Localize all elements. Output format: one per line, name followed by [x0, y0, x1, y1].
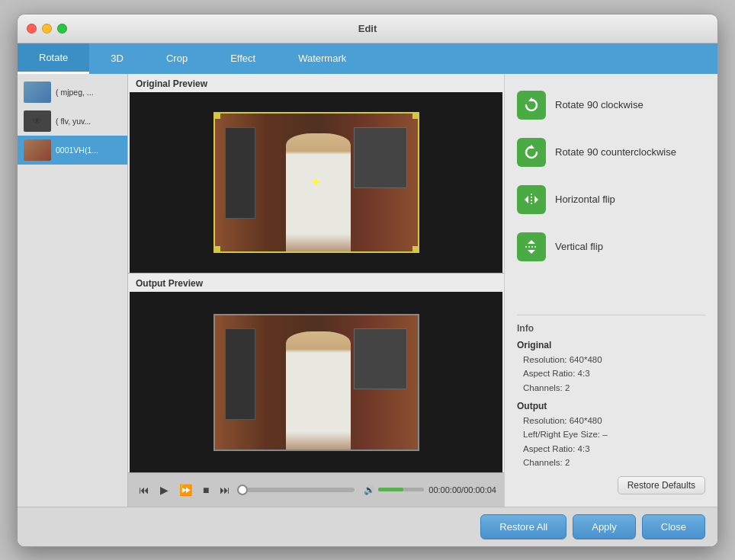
tab-effect[interactable]: Effect [209, 43, 277, 74]
progress-bar[interactable] [242, 488, 355, 492]
tab-crop[interactable]: Crop [145, 43, 209, 74]
stop-button[interactable]: ■ [200, 482, 212, 498]
main-window: Edit Rotate 3D Crop Effect Watermark ( m… [17, 14, 718, 547]
window-title: Edit [358, 23, 377, 34]
restore-defaults-button[interactable]: Restore Defaults [618, 476, 705, 494]
original-info-label: Original [517, 340, 705, 350]
output-preview-section: Output Preview [128, 273, 504, 472]
main-content: ( mjpeg, ... ( flv, yuv... 0001VH(1... O… [18, 74, 717, 507]
rotate-ccw-label: Rotate 90 counterclockwise [555, 146, 676, 158]
list-item[interactable]: 0001VH(1... [18, 136, 127, 165]
tab-bar: Rotate 3D Crop Effect Watermark [18, 43, 717, 74]
svg-marker-7 [528, 250, 535, 254]
file-thumbnail [24, 110, 51, 132]
maximize-window-btn[interactable] [57, 24, 67, 34]
progress-thumb [237, 485, 248, 495]
hflip-label: Horizontal flip [555, 194, 615, 205]
tab-rotate[interactable]: Rotate [18, 43, 89, 74]
vflip-button[interactable]: Vertical flip [517, 228, 705, 266]
center-area: Original Preview + [128, 74, 504, 507]
list-item[interactable]: ( mjpeg, ... [18, 78, 127, 107]
output-video-frame [213, 314, 419, 451]
output-scene [215, 315, 418, 450]
crop-corner-bl [214, 246, 220, 252]
skip-forward-button[interactable]: ⏭ [217, 482, 233, 498]
original-video-container: + [130, 92, 502, 274]
volume-control: 🔊 [364, 485, 424, 495]
apply-button[interactable]: Apply [573, 514, 636, 539]
close-window-btn[interactable] [27, 24, 37, 34]
original-aspect: Aspect Ratio: 4:3 [517, 366, 705, 380]
original-preview-label: Original Preview [128, 74, 504, 92]
play-button[interactable]: ▶ [157, 482, 172, 498]
volume-icon: 🔊 [364, 485, 375, 495]
crop-corner-tl [214, 113, 220, 119]
time-display: 00:00:00/00:00:04 [428, 485, 496, 494]
right-panel: Rotate 90 clockwise Rotate 90 counterclo… [504, 74, 717, 507]
info-title: Info [517, 323, 705, 334]
list-item[interactable]: ( flv, yuv... [18, 107, 127, 136]
vflip-label: Vertical flip [555, 241, 603, 252]
title-bar: Edit [18, 14, 717, 43]
output-scene-person [286, 331, 351, 450]
output-video-container [130, 292, 502, 472]
rotate-ccw-icon [517, 138, 546, 167]
original-video-frame: + [213, 112, 419, 253]
original-preview-section: Original Preview + [128, 74, 504, 274]
rotate-cw-label: Rotate 90 clockwise [555, 99, 644, 110]
scene-person [286, 133, 351, 251]
file-thumbnail [24, 139, 51, 161]
tab-watermark[interactable]: Watermark [277, 43, 368, 74]
hflip-button[interactable]: Horizontal flip [517, 181, 705, 219]
rotate-cw-button[interactable]: Rotate 90 clockwise [517, 86, 705, 124]
output-aspect: Aspect Ratio: 4:3 [517, 442, 705, 456]
original-resolution: Resolution: 640*480 [517, 353, 705, 366]
info-section: Info Original Resolution: 640*480 Aspect… [517, 315, 705, 494]
volume-slider[interactable] [378, 488, 424, 491]
restore-all-button[interactable]: Restore All [480, 514, 566, 539]
volume-fill [378, 488, 403, 491]
output-channels: Channels: 2 [517, 456, 705, 469]
output-eye-size: Left/Right Eye Size: – [517, 427, 705, 441]
original-channels: Channels: 2 [517, 381, 705, 395]
output-preview-label: Output Preview [128, 274, 504, 292]
close-button[interactable]: Close [642, 514, 705, 539]
tab-3d[interactable]: 3D [89, 43, 145, 74]
crop-corner-tr [412, 113, 419, 119]
rotate-cw-icon [517, 91, 546, 120]
fast-forward-button[interactable]: ⏩ [176, 482, 195, 498]
file-list: ( mjpeg, ... ( flv, yuv... 0001VH(1... [18, 74, 128, 507]
svg-marker-4 [534, 196, 538, 203]
vflip-icon [517, 232, 546, 261]
crop-corner-br [412, 246, 419, 252]
crosshair-icon: + [312, 174, 320, 190]
minimize-window-btn[interactable] [42, 24, 52, 34]
file-name: ( flv, yuv... [56, 117, 91, 126]
file-name: 0001VH(1... [56, 146, 98, 155]
output-resolution: Resolution: 640*480 [517, 414, 705, 427]
hflip-icon [517, 185, 546, 214]
output-info-label: Output [517, 401, 705, 411]
svg-marker-6 [528, 240, 535, 244]
svg-marker-3 [525, 196, 528, 203]
rotate-ccw-button[interactable]: Rotate 90 counterclockwise [517, 133, 705, 171]
skip-back-button[interactable]: ⏮ [136, 482, 152, 498]
file-thumbnail [24, 82, 51, 103]
original-info-group: Original Resolution: 640*480 Aspect Rati… [517, 340, 705, 395]
file-name: ( mjpeg, ... [56, 88, 94, 97]
output-info-group: Output Resolution: 640*480 Left/Right Ey… [517, 401, 705, 470]
playback-controls: ⏮ ▶ ⏩ ■ ⏭ 🔊 00:00:00/00:00:04 [128, 472, 504, 506]
window-controls [27, 24, 67, 34]
bottom-bar: Restore All Apply Close [18, 507, 717, 546]
